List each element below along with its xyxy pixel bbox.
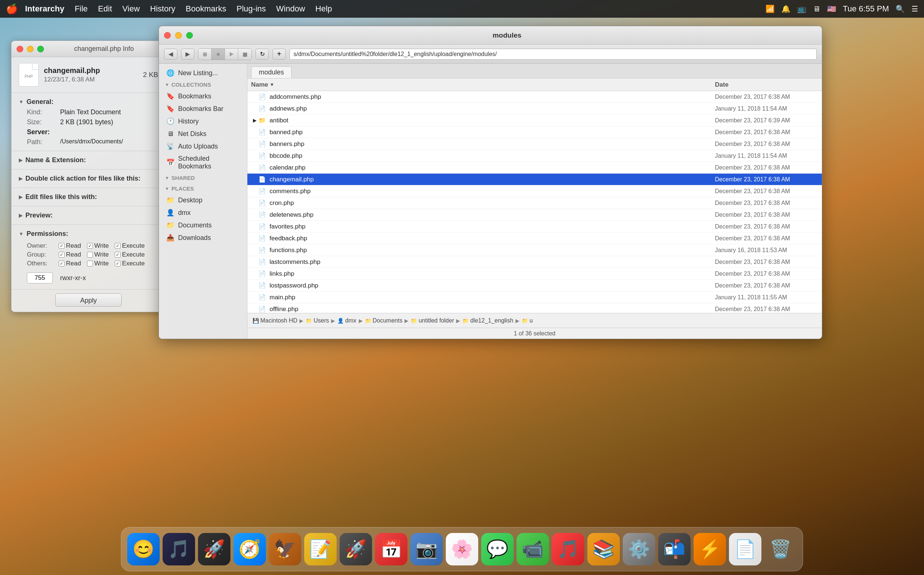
list-view-button[interactable]: ≡	[212, 49, 225, 60]
places-toggle[interactable]: ▼ PLACES	[159, 183, 247, 194]
minimize-button[interactable]	[27, 46, 33, 52]
safari-dock-icon[interactable]: 🧭	[234, 533, 266, 565]
table-row[interactable]: 📄 banners.php December 23, 2017 6:38 AM	[247, 138, 822, 150]
general-section-header[interactable]: ▼ General:	[19, 97, 158, 107]
apple-menu[interactable]: 🍎	[6, 3, 18, 15]
menubar-plugins[interactable]: Plug-ins	[237, 4, 266, 14]
dblclick-section-header[interactable]: ▶ Double click action for files like thi…	[19, 173, 158, 184]
sidebar-bookmarks[interactable]: 🔖 Bookmarks	[161, 90, 246, 102]
breadcrumb-item[interactable]: 💾 Macintosh HD	[253, 318, 297, 324]
music-dock-icon[interactable]: 🎵	[552, 533, 584, 565]
table-row[interactable]: 📄 addcomments.php December 23, 2017 6:38…	[247, 91, 822, 103]
newfile-dock-icon[interactable]: 📄	[729, 533, 762, 565]
launchpad-dock-icon[interactable]: 🚀	[340, 533, 372, 565]
table-row[interactable]: 📄 links.php December 23, 2017 6:38 AM	[247, 268, 822, 280]
menubar-window[interactable]: Window	[276, 4, 305, 14]
forward-button[interactable]: ▶	[181, 49, 194, 60]
breadcrumb-item[interactable]: 📁 Users	[306, 318, 329, 324]
search-icon[interactable]: 🔍	[895, 5, 905, 13]
table-row[interactable]: 📄 deletenews.php December 23, 2017 6:38 …	[247, 209, 822, 221]
refresh-button[interactable]: ↻	[256, 49, 269, 60]
table-row[interactable]: 📄 cron.php December 23, 2017 6:38 AM	[247, 197, 822, 209]
tab-modules[interactable]: modules	[251, 66, 292, 78]
owner-exec-checkbox[interactable]	[115, 243, 121, 249]
breadcrumb-item[interactable]: 📁 u	[522, 318, 533, 324]
gpgmail-dock-icon[interactable]: 📬	[658, 533, 690, 565]
breadcrumb-item[interactable]: 📁 dle12_1_english	[462, 318, 513, 324]
finder-dock-icon[interactable]: 😊	[127, 533, 160, 565]
group-exec-checkbox[interactable]	[115, 252, 121, 257]
table-row[interactable]: 📄 comments.php December 23, 2017 6:38 AM	[247, 186, 822, 197]
rocket-dock-icon[interactable]: 🚀	[198, 533, 231, 565]
table-row[interactable]: 📄 feedback.php December 23, 2017 6:38 AM	[247, 233, 822, 245]
sidebar-net-disks[interactable]: 🖥 Net Disks	[161, 127, 246, 140]
others-read-checkbox[interactable]	[59, 260, 65, 267]
menubar-edit[interactable]: Edit	[98, 4, 112, 14]
list-icon[interactable]: ☰	[911, 5, 918, 13]
sidebar-dmx[interactable]: 👤 dmx	[161, 206, 246, 219]
gallery-view-button[interactable]: ▦	[238, 49, 251, 60]
sidebar-auto-uploads[interactable]: 📡 Auto Uploads	[161, 140, 246, 152]
table-row[interactable]: 📄 lostpassword.php December 23, 2017 6:3…	[247, 280, 822, 292]
apply-button[interactable]: Apply	[55, 294, 122, 307]
calendar-dock-icon[interactable]: 📅	[375, 533, 407, 565]
settings-dock-icon[interactable]: ⚙️	[623, 533, 655, 565]
menubar-interarchy[interactable]: Interarchy	[25, 4, 64, 14]
menubar-help[interactable]: Help	[315, 4, 332, 14]
others-exec-checkbox[interactable]	[115, 260, 121, 267]
sidebar-history[interactable]: 🕐 History	[161, 115, 246, 127]
sidebar-scheduled-bookmarks[interactable]: 📅 Scheduled Bookmarks	[161, 152, 246, 173]
books-dock-icon[interactable]: 📚	[587, 533, 620, 565]
menubar-bookmarks[interactable]: Bookmarks	[186, 4, 226, 14]
close-button[interactable]	[17, 46, 23, 52]
icon-view-button[interactable]: ⊞	[198, 49, 212, 60]
table-row[interactable]: 📄 bbcode.php January 11, 2018 11:54 AM	[247, 150, 822, 162]
table-row[interactable]: 📄 functions.php January 16, 2018 11:53 A…	[247, 245, 822, 256]
finder-close-button[interactable]	[164, 32, 171, 39]
breadcrumb-item[interactable]: 📁 Documents	[365, 318, 402, 324]
back-button[interactable]: ◀	[164, 49, 177, 60]
table-row[interactable]: 📄 lastcomments.php December 23, 2017 6:3…	[247, 256, 822, 268]
toolbar-path[interactable]: s/dmx/Documents/untitled%20folder/dle12_…	[289, 49, 817, 60]
name-section-header[interactable]: ▶ Name & Extension:	[19, 155, 158, 165]
table-row[interactable]: 📄 changemail.php December 23, 2017 6:38 …	[247, 174, 822, 186]
siri-dock-icon[interactable]: 🎵	[162, 533, 195, 565]
sidebar-bookmarks-bar[interactable]: 🔖 Bookmarks Bar	[161, 102, 246, 115]
owner-write-checkbox[interactable]	[87, 243, 93, 249]
breadcrumb-item[interactable]: 📁 untitled folder	[411, 318, 454, 324]
photos-dock-icon[interactable]: 🌸	[446, 533, 478, 565]
trash-dock-icon[interactable]: 🗑️	[764, 533, 797, 565]
thunder-dock-icon[interactable]: ⚡	[693, 533, 726, 565]
collections-toggle[interactable]: ▼ COLLECTIONS	[159, 79, 247, 90]
app1-dock-icon[interactable]: 🦅	[269, 533, 301, 565]
shared-toggle[interactable]: ▼ SHARED	[159, 173, 247, 183]
table-row[interactable]: 📄 calendar.php December 23, 2017 6:38 AM	[247, 162, 822, 174]
table-row[interactable]: 📄 offline.php December 23, 2017 6:38 AM	[247, 303, 822, 313]
table-row[interactable]: 📄 addnews.php January 11, 2018 11:54 AM	[247, 103, 822, 114]
perm-num-input[interactable]	[27, 272, 53, 283]
preview-section-header[interactable]: ▶ Preview:	[19, 210, 158, 221]
owner-read-checkbox[interactable]	[59, 243, 65, 249]
table-row[interactable]: 📄 banned.php December 23, 2017 6:38 AM	[247, 126, 822, 138]
column-view-button[interactable]: ⫸	[225, 49, 238, 60]
permissions-section-header[interactable]: ▼ Permissions:	[19, 229, 158, 239]
messages-dock-icon[interactable]: 💬	[481, 533, 514, 565]
edit-section-header[interactable]: ▶ Edit files like this with:	[19, 192, 158, 202]
add-button[interactable]: +	[272, 49, 286, 60]
notes-dock-icon[interactable]: 📝	[304, 533, 337, 565]
breadcrumb-item[interactable]: 👤 dmx	[337, 318, 356, 324]
group-read-checkbox[interactable]	[59, 252, 65, 257]
table-row[interactable]: ▶ 📁 antibot December 23, 2017 6:39 AM	[247, 114, 822, 126]
sidebar-new-listing[interactable]: 🌐 New Listing...	[161, 67, 246, 79]
others-write-checkbox[interactable]	[87, 260, 93, 267]
maximize-button[interactable]	[37, 46, 44, 52]
menubar-file[interactable]: File	[75, 4, 87, 14]
sidebar-desktop[interactable]: 📁 Desktop	[161, 194, 246, 206]
menubar-history[interactable]: History	[150, 4, 175, 14]
menubar-view[interactable]: View	[122, 4, 140, 14]
finder-minimize-button[interactable]	[175, 32, 182, 39]
camera-dock-icon[interactable]: 📷	[410, 533, 443, 565]
table-row[interactable]: 📄 main.php January 11, 2018 11:55 AM	[247, 292, 822, 303]
group-write-checkbox[interactable]	[87, 252, 93, 257]
finder-maximize-button[interactable]	[186, 32, 193, 39]
